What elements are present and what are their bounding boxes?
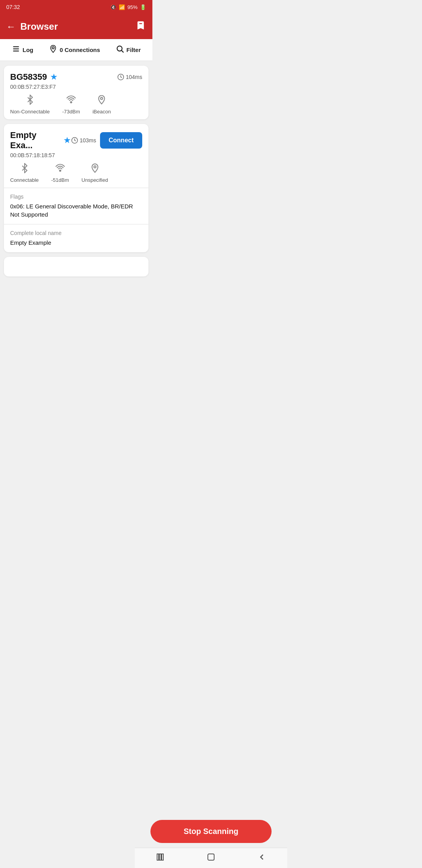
toolbar: Log 0 Connections Filter bbox=[0, 39, 152, 61]
device-latency-empty-example: 103ms bbox=[71, 137, 96, 144]
location-value-empty: Unspecified bbox=[82, 177, 108, 183]
status-time: 07:32 bbox=[6, 4, 20, 10]
bookmark-icon[interactable] bbox=[135, 20, 146, 33]
partial-card bbox=[4, 257, 148, 276]
rssi-value-bg58359: -73dBm bbox=[62, 109, 80, 115]
device-header-bg58359: BG58359 ★ 104ms 00:0B:57:27:E3:F7 bbox=[4, 66, 148, 119]
status-icons: 🔇 📶 95% 🔋 bbox=[110, 4, 146, 10]
svg-point-5 bbox=[117, 46, 122, 51]
page-title: Browser bbox=[20, 21, 135, 32]
local-name-label: Complete local name bbox=[10, 230, 142, 236]
connect-button-empty-example[interactable]: Connect bbox=[100, 132, 142, 149]
mac-address-empty-example: 00:0B:57:18:18:57 bbox=[10, 152, 142, 158]
rssi-empty: -51dBm bbox=[51, 163, 69, 183]
local-name-value: Empty Example bbox=[10, 239, 142, 247]
bluetooth-icon bbox=[25, 95, 35, 107]
svg-point-9 bbox=[100, 97, 102, 99]
log-icon bbox=[12, 45, 20, 55]
filter-button[interactable]: Filter bbox=[116, 45, 141, 55]
device-header-empty-example: Empty Exa... ★ 103ms Connect 00:0B:57:18… bbox=[4, 124, 148, 188]
location-value-bg58359: iBeacon bbox=[93, 109, 111, 115]
battery-icon: 🔋 bbox=[140, 4, 146, 10]
log-label: Log bbox=[23, 47, 34, 53]
connections-label: 0 Connections bbox=[60, 47, 100, 53]
back-button[interactable]: ← bbox=[6, 21, 16, 32]
rssi-icon-bg58359 bbox=[66, 95, 76, 107]
device-info-row-bg58359: Non-Connectable -73dBm bbox=[10, 95, 142, 115]
location-icon-bg58359 bbox=[97, 95, 107, 107]
filter-icon bbox=[116, 45, 124, 55]
svg-point-11 bbox=[59, 170, 61, 171]
device-card-empty-example: Empty Exa... ★ 103ms Connect 00:0B:57:18… bbox=[4, 124, 148, 252]
log-button[interactable]: Log bbox=[12, 45, 34, 55]
svg-line-6 bbox=[122, 50, 123, 52]
connectable-label-empty: Connectable bbox=[10, 177, 39, 183]
location-type-empty: Unspecified bbox=[82, 163, 108, 183]
device-info-row-empty-example: Connectable -51dBm bbox=[10, 163, 142, 183]
connections-icon bbox=[49, 45, 57, 55]
connectable-label-bg58359: Non-Connectable bbox=[10, 109, 50, 115]
connections-button[interactable]: 0 Connections bbox=[49, 45, 100, 55]
bluetooth-icon-empty bbox=[20, 163, 30, 176]
app-header: ← Browser bbox=[0, 14, 152, 39]
location-type-bg58359: iBeacon bbox=[93, 95, 111, 115]
filter-label: Filter bbox=[127, 47, 141, 53]
connection-type-empty-example: Connectable bbox=[10, 163, 39, 183]
mute-icon: 🔇 bbox=[110, 4, 116, 10]
location-icon-empty bbox=[90, 163, 100, 176]
svg-point-8 bbox=[70, 102, 72, 103]
device-card-bg58359: BG58359 ★ 104ms 00:0B:57:27:E3:F7 bbox=[4, 66, 148, 119]
flags-section: Flags 0x06: LE General Discoverable Mode… bbox=[4, 188, 148, 224]
rssi-bg58359: -73dBm bbox=[62, 95, 80, 115]
battery-percent: 95% bbox=[127, 4, 138, 10]
device-name-bg58359: BG58359 bbox=[10, 72, 47, 82]
rssi-icon-empty bbox=[55, 163, 65, 176]
flags-value: 0x06: LE General Discoverable Mode, BR/E… bbox=[10, 202, 142, 219]
connection-type-bg58359: Non-Connectable bbox=[10, 95, 50, 115]
svg-rect-0 bbox=[139, 23, 142, 24]
svg-point-12 bbox=[94, 166, 96, 168]
svg-point-4 bbox=[52, 47, 54, 49]
status-bar: 07:32 🔇 📶 95% 🔋 bbox=[0, 0, 152, 14]
device-name-empty-example: Empty Exa... bbox=[10, 130, 60, 151]
star-icon-empty-example[interactable]: ★ bbox=[63, 135, 71, 145]
local-name-section: Complete local name Empty Example bbox=[4, 224, 148, 252]
rssi-value-empty: -51dBm bbox=[51, 177, 69, 183]
star-icon-bg58359[interactable]: ★ bbox=[50, 72, 58, 82]
device-latency-bg58359: 104ms bbox=[117, 74, 142, 81]
mac-address-bg58359: 00:0B:57:27:E3:F7 bbox=[10, 84, 142, 90]
device-list: BG58359 ★ 104ms 00:0B:57:27:E3:F7 bbox=[0, 61, 152, 327]
flags-label: Flags bbox=[10, 194, 142, 200]
signal-icon: 📶 bbox=[119, 4, 125, 10]
